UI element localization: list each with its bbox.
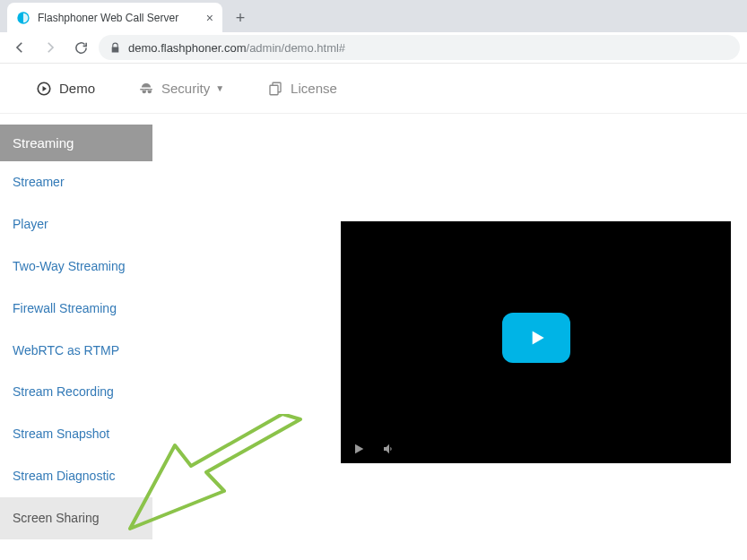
sidebar-item-two-way-streaming[interactable]: Two-Way Streaming [0,246,152,288]
video-player[interactable] [341,221,731,463]
copy-icon [267,81,283,97]
forward-button[interactable] [38,35,63,60]
sidebar-item-screen-sharing[interactable]: Screen Sharing [0,497,152,539]
play-button-center[interactable] [502,313,570,363]
back-button[interactable] [7,35,32,60]
new-tab-button[interactable]: + [228,5,253,30]
sidebar-header: Streaming [0,125,152,161]
nav-security-label: Security [161,81,210,96]
sidebar: Streaming Streamer Player Two-Way Stream… [0,114,152,539]
nav-security[interactable]: Security ▼ [138,81,224,97]
volume-icon[interactable] [382,442,396,456]
nav-license-label: License [291,81,337,96]
browser-chrome: Flashphoner Web Call Server × + demo.fla… [0,0,747,64]
sidebar-item-stream-recording[interactable]: Stream Recording [0,371,152,413]
tab-strip: Flashphoner Web Call Server × + [0,0,747,32]
sidebar-item-stream-snapshot[interactable]: Stream Snapshot [0,413,152,455]
sidebar-item-webrtc-as-rtmp[interactable]: WebRTC as RTMP [0,330,152,372]
browser-toolbar: demo.flashphoner.com/admin/demo.html# [0,32,747,64]
nav-license[interactable]: License [267,81,337,97]
video-controls [352,442,396,456]
sidebar-item-stream-diagnostic[interactable]: Stream Diagnostic [0,455,152,497]
browser-tab[interactable]: Flashphoner Web Call Server × [7,3,222,32]
favicon-icon [16,11,30,25]
small-play-icon[interactable] [352,442,366,456]
sidebar-item-firewall-streaming[interactable]: Firewall Streaming [0,288,152,330]
content-area [152,114,747,539]
play-icon [525,326,548,349]
sidebar-item-streamer[interactable]: Streamer [0,161,152,203]
svg-rect-3 [270,85,278,95]
url-text: demo.flashphoner.com/admin/demo.html# [128,41,345,55]
nav-demo[interactable]: Demo [36,81,95,97]
chevron-down-icon: ▼ [215,83,224,93]
main-content: Streaming Streamer Player Two-Way Stream… [0,114,747,539]
close-icon[interactable]: × [206,11,213,25]
incognito-icon [138,81,154,97]
top-nav: Demo Security ▼ License [0,64,747,114]
reload-button[interactable] [68,35,93,60]
tab-title: Flashphoner Web Call Server [38,12,199,24]
lock-icon [109,42,121,54]
address-bar[interactable]: demo.flashphoner.com/admin/demo.html# [99,35,740,60]
sidebar-item-player[interactable]: Player [0,203,152,246]
play-circle-icon [36,81,52,97]
nav-demo-label: Demo [59,81,95,96]
